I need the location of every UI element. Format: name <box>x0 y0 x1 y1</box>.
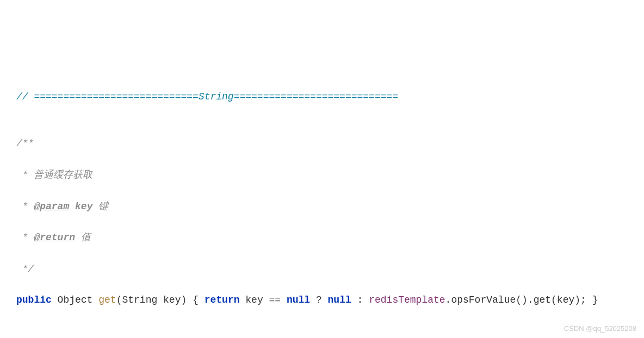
javadoc-tag: @param <box>34 201 69 212</box>
javadoc-tag: @return <box>34 232 75 243</box>
keyword: null <box>328 295 351 305</box>
watermark: CSDN @qq_52025208 <box>564 323 636 335</box>
javadoc-desc: * 普通缓存获取 <box>16 170 92 180</box>
section-comment: // ============================String===… <box>16 91 398 102</box>
keyword: public <box>16 295 52 305</box>
javadoc-end: */ <box>16 264 34 274</box>
field: redisTemplate <box>369 295 445 305</box>
javadoc-start: /** <box>16 138 34 149</box>
code-block: // ============================String===… <box>16 73 628 338</box>
method-name: get <box>98 295 116 305</box>
keyword: null <box>287 295 310 305</box>
javadoc-param: key <box>75 201 92 212</box>
keyword: return <box>205 295 240 305</box>
